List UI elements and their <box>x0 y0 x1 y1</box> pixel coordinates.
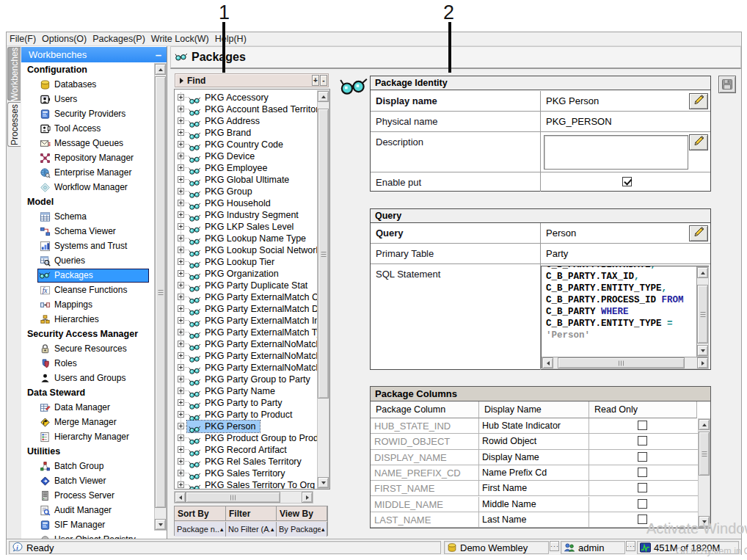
menu-item-packages-p-[interactable]: Packages(P) <box>90 33 148 46</box>
expand-icon[interactable] <box>178 341 184 347</box>
expand-icon[interactable] <box>178 223 184 230</box>
sidebar-item-cleanse-functions[interactable]: fxCleanse Functions <box>21 283 154 297</box>
tree-item-pkg-lookup-name-type[interactable]: PKG Lookup Name Type <box>175 233 317 244</box>
tree-item-pkg-party-externalnomatch[interactable]: PKG Party ExternalNoMatch <box>175 350 317 362</box>
package-column-row-display_name[interactable]: DISPLAY_NAMEDisplay Name <box>371 450 710 465</box>
tree-item-pkg-party-externalmatch-inp[interactable]: PKG Party ExternalMatch Inp <box>175 315 317 327</box>
column-header-display-name[interactable]: Display Name <box>479 401 589 418</box>
expand-icon[interactable] <box>178 458 184 465</box>
expand-icon[interactable] <box>178 446 184 453</box>
tree-footer-select-2[interactable]: By Package▲ <box>277 522 327 537</box>
expand-icon[interactable] <box>178 153 184 159</box>
sql-vertical-scrollbar[interactable] <box>696 266 709 357</box>
tree-horizontal-scrollbar[interactable] <box>174 491 313 503</box>
tree-item-pkg-organization[interactable]: PKG Organization <box>175 268 317 280</box>
column-header-read-only[interactable]: Read Only <box>589 401 697 418</box>
menu-item-file-f-[interactable]: File(F) <box>7 33 39 46</box>
tree-footer-select-0[interactable]: Package n..▲ <box>175 522 226 537</box>
sql-horizontal-scrollbar[interactable] <box>542 357 709 369</box>
sidebar-minimize-button[interactable]: – <box>152 48 165 62</box>
tree-item-pkg-party-externalmatch-dif[interactable]: PKG Party ExternalMatch Dif <box>175 303 317 315</box>
sidebar-item-sif-manager[interactable]: SIF Manager <box>21 517 154 532</box>
find-collapse-button[interactable]: - <box>320 75 327 86</box>
sidebar-item-users-and-groups[interactable]: Users and Groups <box>21 371 154 385</box>
tree-item-pkg-employee[interactable]: PKG Employee <box>175 162 317 174</box>
expand-icon[interactable] <box>178 176 184 183</box>
tree-vertical-scrollbar[interactable] <box>317 90 329 489</box>
tree-item-pkg-rel-sales-territory[interactable]: PKG Rel Sales Territory <box>175 456 317 468</box>
sidebar-item-workflow-manager[interactable]: Workflow Manager <box>21 180 154 194</box>
sidebar-item-secure-resources[interactable]: Secure Resources <box>21 341 154 356</box>
expand-icon[interactable] <box>178 376 184 382</box>
tree-item-pkg-lookup-social-network[interactable]: PKG Lookup Social Network <box>175 244 317 256</box>
expand-icon[interactable] <box>178 211 184 218</box>
tab-processes[interactable]: Processes <box>7 102 21 147</box>
sidebar-item-batch-group[interactable]: Batch Group <box>21 459 154 473</box>
expand-icon[interactable] <box>178 388 184 394</box>
menu-item-write-lock-w-[interactable]: Write Lock(W) <box>148 33 212 46</box>
expand-icon[interactable] <box>178 106 184 112</box>
tree-footer-select-1[interactable]: No Filter (A..▲ <box>226 522 277 537</box>
find-expand-button[interactable]: + <box>312 75 319 86</box>
expand-icon[interactable] <box>178 364 184 371</box>
read-only-checkbox[interactable] <box>638 499 647 509</box>
read-only-checkbox[interactable] <box>638 452 647 462</box>
sidebar-item-queries[interactable]: Queries <box>21 253 154 268</box>
sidebar-item-hierarchies[interactable]: Hierarchies <box>21 312 154 327</box>
tree-item-pkg-group[interactable]: PKG Group <box>175 186 317 197</box>
sidebar-item-process-server[interactable]: Process Server <box>21 488 154 503</box>
package-column-row-middle_name[interactable]: MIDDLE_NAMEMiddle Name <box>371 497 710 512</box>
expand-icon[interactable] <box>178 188 184 194</box>
expand-icon[interactable] <box>178 235 184 241</box>
package-column-row-first_name[interactable]: FIRST_NAMEFirst Name <box>371 481 710 496</box>
tree-item-pkg-person[interactable]: PKG Person <box>175 421 317 432</box>
sidebar-item-databases[interactable]: Databases <box>21 77 154 92</box>
sidebar-item-repository-manager[interactable]: Repository Manager <box>21 150 154 165</box>
tree-item-pkg-party-name[interactable]: PKG Party Name <box>175 385 317 397</box>
expand-icon[interactable] <box>178 399 184 406</box>
tree-item-pkg-account-based-territory[interactable]: PKG Account Based Territory <box>175 103 317 115</box>
read-only-checkbox[interactable] <box>638 468 647 477</box>
sidebar-scrollbar[interactable] <box>154 63 167 531</box>
tree-item-pkg-country-code[interactable]: PKG Country Code <box>175 139 317 150</box>
tree-item-pkg-lkp-sales-level[interactable]: PKG LKP Sales Level <box>175 221 317 233</box>
find-bar[interactable]: Find + - <box>175 73 329 87</box>
tree-item-pkg-party-group-to-party[interactable]: PKG Party Group to Party <box>175 374 317 385</box>
description-input[interactable] <box>544 135 688 170</box>
tree-item-pkg-party-duplicate-stat[interactable]: PKG Party Duplicate Stat <box>175 280 317 291</box>
expand-icon[interactable] <box>178 317 184 324</box>
edit-display-name-button[interactable] <box>689 93 708 109</box>
tree-item-pkg-industry-segment[interactable]: PKG Industry Segment <box>175 209 317 221</box>
sidebar-item-mappings[interactable]: Mappings <box>21 297 154 312</box>
menu-item-options-o-[interactable]: Options(O) <box>39 33 90 46</box>
tree-item-pkg-party-externalmatch-typ[interactable]: PKG Party ExternalMatch Typ <box>175 327 317 338</box>
tab-workbenches[interactable]: Workbenches <box>7 47 21 101</box>
edit-description-button[interactable] <box>689 134 708 150</box>
read-only-checkbox[interactable] <box>638 421 647 430</box>
tree-item-pkg-party-externalnomatch[interactable]: PKG Party ExternalNoMatch <box>175 338 317 350</box>
expand-icon[interactable] <box>178 129 184 136</box>
column-header-package-column[interactable]: Package Column <box>371 401 479 418</box>
tree-item-pkg-record-artifact[interactable]: PKG Record Artifact <box>175 444 317 456</box>
tree-item-pkg-brand[interactable]: PKG Brand <box>175 127 317 139</box>
package-column-row-hub_state_ind[interactable]: HUB_STATE_INDHub State Indicator <box>371 418 710 434</box>
sidebar-item-batch-viewer[interactable]: Batch Viewer <box>21 473 154 488</box>
expand-icon[interactable] <box>178 141 184 148</box>
expand-icon[interactable] <box>178 117 184 124</box>
expand-icon[interactable] <box>178 200 184 206</box>
user-overflow-button[interactable]: ··· <box>626 541 635 551</box>
tree-item-pkg-party-to-product[interactable]: PKG Party to Product <box>175 409 317 421</box>
package-column-row-rowid_object[interactable]: ROWID_OBJECTRowid Object <box>371 434 710 449</box>
menu-item-help-h-[interactable]: Help(H) <box>212 33 249 46</box>
package-columns-scrollbar[interactable] <box>698 418 710 528</box>
expand-icon[interactable] <box>178 411 184 418</box>
expand-icon[interactable] <box>178 164 184 171</box>
tree-item-pkg-household[interactable]: PKG Household <box>175 197 317 209</box>
enable-put-checkbox[interactable] <box>622 177 632 186</box>
sidebar-item-schema-viewer[interactable]: Schema Viewer <box>21 224 154 239</box>
sidebar-item-security-providers[interactable]: Security Providers <box>21 106 154 121</box>
sidebar-item-tool-access[interactable]: Tool Access <box>21 121 154 136</box>
expand-icon[interactable] <box>178 282 184 288</box>
tree-item-pkg-address[interactable]: PKG Address <box>175 115 317 127</box>
expand-icon[interactable] <box>178 270 184 277</box>
